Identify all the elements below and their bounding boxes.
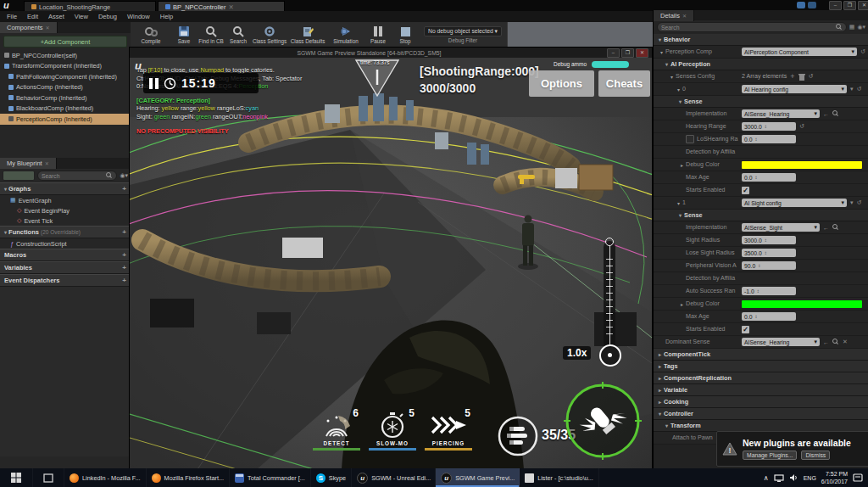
blueprint-search-input[interactable]: Search bbox=[37, 171, 117, 181]
section-ai-perception[interactable]: ▾AI Perception bbox=[654, 59, 868, 70]
close-tab-icon[interactable]: ✕ bbox=[229, 3, 234, 11]
menu-debug[interactable]: Debug bbox=[98, 13, 117, 20]
taskbar-item-unreal-editor[interactable]: u SGWM - Unreal Edi... bbox=[352, 468, 436, 487]
menu-view[interactable]: View bbox=[75, 13, 88, 20]
menu-help[interactable]: Help bbox=[160, 13, 173, 20]
los-hearing-input[interactable]: 0.0↕ bbox=[742, 135, 796, 143]
row-peripheral-vision[interactable]: Peripheral Vision A 90.0↕ bbox=[654, 260, 868, 272]
sight-radius-input[interactable]: 3000.0↕ bbox=[742, 236, 796, 244]
start-button[interactable] bbox=[0, 468, 33, 487]
add-function-icon[interactable]: + bbox=[122, 228, 126, 236]
implementation-dropdown[interactable]: AISense_Sight▾ bbox=[742, 223, 820, 232]
details-search-input[interactable]: Search bbox=[657, 22, 847, 32]
sight-debug-color-swatch[interactable] bbox=[742, 300, 862, 308]
dominant-sense-dropdown[interactable]: AISense_Hearing▾ bbox=[742, 338, 820, 346]
taskbar-item-linkedin[interactable]: LinkedIn - Mozilla F... bbox=[64, 468, 147, 487]
class-settings-button[interactable]: Class Settings bbox=[251, 22, 288, 47]
add-graph-icon[interactable]: + bbox=[122, 185, 126, 193]
stop-button[interactable]: Stop bbox=[392, 22, 419, 47]
maximize-button[interactable]: ❐ bbox=[621, 48, 634, 58]
row-perception-comp[interactable]: ▾Perception Comp AIPerception Component▾… bbox=[654, 46, 868, 59]
my-blueprint-tab[interactable]: My Blueprint ✕ bbox=[0, 158, 57, 169]
chevron-down-icon[interactable]: ▾ bbox=[850, 86, 854, 92]
row-lose-sight-radius[interactable]: Lose Sight Radius 3500.0↕ bbox=[654, 247, 868, 260]
element-0-dropdown[interactable]: AI Hearing config▾ bbox=[742, 85, 847, 93]
event-dispatchers-header[interactable]: Event Dispatchers + bbox=[0, 274, 131, 287]
section-cooking[interactable]: ▸Cooking bbox=[654, 396, 868, 408]
component-row-behavior[interactable]: BehaviorComp (Inherited) bbox=[0, 92, 131, 104]
max-age-input[interactable]: 0.0↕ bbox=[742, 312, 796, 321]
game-window-titlebar[interactable]: SGWM Game Preview Standalone [64-bit/PCD… bbox=[130, 48, 652, 58]
section-componentreplication[interactable]: ▸ComponentReplication bbox=[654, 372, 868, 384]
taskbar-item-skype[interactable]: S Skype bbox=[311, 468, 352, 487]
add-macro-icon[interactable]: + bbox=[122, 251, 126, 259]
clear-icon[interactable]: ✕ bbox=[843, 339, 848, 345]
section-sense-sight[interactable]: ▾Sense bbox=[654, 210, 868, 221]
row-sight-debug-color[interactable]: ▸Debug Color bbox=[654, 298, 868, 311]
row-los-hearing-range[interactable]: LoSHearing Ra 0.0↕ bbox=[654, 133, 868, 146]
section-controller[interactable]: ▾Controller bbox=[654, 408, 868, 420]
reset-icon[interactable]: ↺ bbox=[860, 48, 865, 55]
reset-icon[interactable]: ↺ bbox=[857, 199, 862, 206]
search-icon[interactable] bbox=[832, 224, 839, 231]
browse-arrow-icon[interactable]: ← bbox=[823, 111, 829, 117]
row-sight-detection[interactable]: Detection by Affilia bbox=[654, 272, 868, 285]
hearing-range-input[interactable]: 3000.0↕ bbox=[742, 122, 796, 131]
component-row-pathfollowing[interactable]: PathFollowingComponent (Inherited) bbox=[0, 71, 131, 82]
feedback-icon[interactable] bbox=[797, 2, 805, 8]
component-row-self[interactable]: BP_NPCController(self) bbox=[0, 50, 131, 61]
reset-icon[interactable]: ↺ bbox=[799, 123, 804, 130]
row-hearing-range[interactable]: Hearing Range 3000.0↕↺ bbox=[654, 120, 868, 133]
row-element-0[interactable]: ▾0 AI Hearing config▾▾↺ bbox=[654, 83, 868, 96]
tray-expand-icon[interactable]: ∧ bbox=[764, 474, 769, 482]
hearing-debug-color-swatch[interactable] bbox=[742, 161, 862, 169]
row-hearing-implementation[interactable]: Implementation AISense_Hearing▾← bbox=[654, 108, 868, 120]
browse-arrow-icon[interactable]: ← bbox=[823, 225, 829, 231]
add-variable-icon[interactable]: + bbox=[122, 264, 126, 271]
section-behavior[interactable]: ▾Behavior bbox=[654, 34, 868, 46]
slider-knob[interactable] bbox=[599, 344, 621, 367]
search-icon[interactable] bbox=[832, 110, 839, 117]
notification-center-icon[interactable] bbox=[853, 473, 863, 482]
menu-file[interactable]: File bbox=[7, 13, 17, 20]
pause-icon[interactable] bbox=[149, 78, 159, 89]
component-row-perception[interactable]: PerceptionComp (Inherited) bbox=[0, 114, 131, 125]
component-row-transform[interactable]: TransformComponent (Inherited) bbox=[0, 61, 131, 72]
constructionscript-row[interactable]: ƒ ConstructionScript bbox=[0, 238, 131, 249]
game-viewport[interactable]: u Tap [F10] to close, use Numpad to togg… bbox=[130, 58, 652, 469]
implementation-dropdown[interactable]: AISense_Hearing▾ bbox=[742, 109, 820, 118]
row-element-1[interactable]: ▾1 AI Sight config▾▾↺ bbox=[654, 197, 868, 210]
debug-object-dropdown[interactable]: No debug object selected ▾ bbox=[424, 26, 502, 36]
menu-window[interactable]: Window bbox=[127, 13, 150, 20]
eventgraph-row[interactable]: ▦ EventGraph bbox=[0, 195, 131, 205]
close-icon[interactable]: ✕ bbox=[46, 25, 50, 31]
search-button[interactable]: Search bbox=[225, 22, 251, 47]
cheats-button[interactable]: Cheats bbox=[598, 70, 650, 97]
row-hearing-max-age[interactable]: Max Age 0.0↕ bbox=[654, 171, 868, 184]
details-tab[interactable]: Details ✕ bbox=[654, 10, 694, 21]
visibility-filter-icon[interactable]: ◉▾ bbox=[857, 24, 865, 31]
section-transform[interactable]: ▾Transform bbox=[654, 420, 868, 432]
event-tick-row[interactable]: ◇ Event Tick bbox=[0, 216, 131, 226]
save-button[interactable]: Save bbox=[171, 22, 197, 47]
row-sight-radius[interactable]: Sight Radius 3000.0↕ bbox=[654, 234, 868, 247]
clock[interactable]: 7:52 PM 6/10/2017 bbox=[821, 470, 848, 485]
skill-detect[interactable]: 6 DETECT bbox=[309, 411, 364, 451]
add-element-icon[interactable]: + bbox=[790, 72, 794, 81]
slider-top-handle[interactable] bbox=[605, 238, 614, 246]
row-dominant-sense[interactable]: Dominant Sense AISense_Hearing▾←✕ bbox=[654, 336, 868, 349]
skill-piercing[interactable]: 5 PIERCING bbox=[421, 411, 476, 451]
peripheral-vision-input[interactable]: 90.0↕ bbox=[742, 261, 796, 270]
auto-success-input[interactable]: -1.0↕ bbox=[742, 287, 796, 295]
pause-button[interactable]: Pause bbox=[364, 22, 392, 47]
reset-icon[interactable]: ↺ bbox=[857, 86, 862, 92]
starts-enabled-checkbox[interactable]: ✓ bbox=[742, 326, 749, 333]
zoom-slider[interactable]: 1.0x bbox=[590, 241, 627, 377]
components-tab[interactable]: Components ✕ bbox=[0, 22, 58, 33]
chat-icon[interactable] bbox=[808, 2, 816, 8]
taskbar-item-firefox[interactable]: Mozilla Firefox Start... bbox=[147, 468, 231, 487]
grid-view-icon[interactable]: ▦ bbox=[849, 24, 855, 31]
add-component-button[interactable]: +Add Component bbox=[3, 36, 127, 48]
class-defaults-button[interactable]: Class Defaults bbox=[288, 22, 327, 47]
language-indicator[interactable]: ENG bbox=[804, 475, 816, 481]
